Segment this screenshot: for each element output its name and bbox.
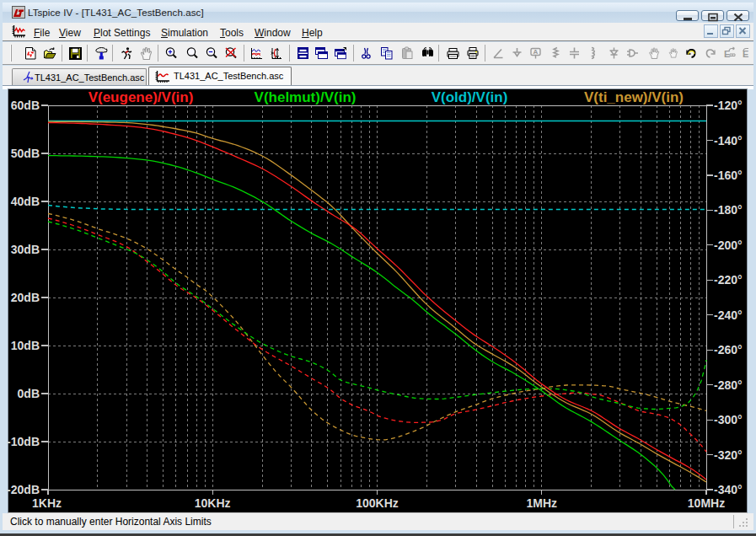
svg-text:20dB: 20dB: [11, 291, 40, 304]
svg-text:10MHz: 10MHz: [688, 496, 725, 510]
svg-text:V(ti_new)/V(in): V(ti_new)/V(in): [584, 89, 684, 105]
svg-text:-200°: -200°: [714, 239, 743, 252]
svg-text:-280°: -280°: [714, 378, 743, 392]
svg-text:1MHz: 1MHz: [527, 496, 558, 510]
svg-text:-220°: -220°: [714, 273, 743, 287]
svg-text:V(eugene)/V(in): V(eugene)/V(in): [88, 89, 194, 105]
svg-text:-160°: -160°: [714, 169, 743, 182]
svg-text:100KHz: 100KHz: [356, 496, 399, 510]
svg-text:V(helmut)/V(in): V(helmut)/V(in): [255, 89, 357, 105]
svg-text:60dB: 60dB: [11, 99, 40, 112]
svg-text:-300°: -300°: [714, 413, 743, 426]
svg-text:-140°: -140°: [714, 134, 743, 147]
svg-text:-10dB: -10dB: [7, 435, 40, 448]
svg-text:10KHz: 10KHz: [195, 496, 231, 510]
svg-text:V(old)/V(in): V(old)/V(in): [432, 89, 508, 105]
svg-text:-180°: -180°: [714, 203, 743, 217]
svg-text:50dB: 50dB: [11, 147, 40, 160]
svg-text:-340°: -340°: [714, 483, 743, 496]
svg-text:-20dB: -20dB: [7, 483, 40, 496]
svg-text:30dB: 30dB: [11, 243, 40, 256]
svg-text:-260°: -260°: [714, 343, 743, 356]
svg-text:40dB: 40dB: [11, 195, 40, 208]
svg-text:-120°: -120°: [714, 99, 743, 112]
svg-text:1KHz: 1KHz: [32, 496, 62, 510]
svg-text:0dB: 0dB: [18, 387, 40, 400]
svg-text:10dB: 10dB: [11, 339, 40, 352]
svg-text:-240°: -240°: [714, 308, 743, 322]
svg-text:-320°: -320°: [714, 448, 743, 462]
